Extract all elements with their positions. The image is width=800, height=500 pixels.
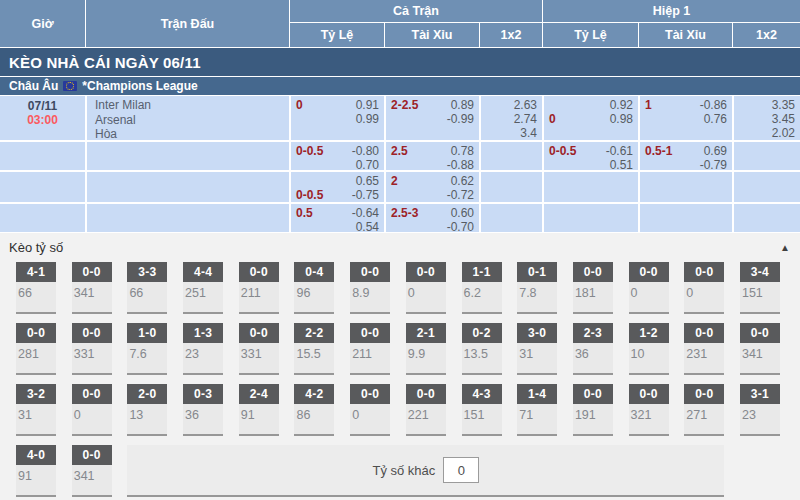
ft-over-under-cell-odds-value: 0.78 xyxy=(451,144,474,158)
column-header-h1-handicap: Tỷ Lệ xyxy=(543,23,638,47)
score-cell[interactable]: 0-0271 xyxy=(684,384,724,436)
score-cell[interactable]: 0-00 xyxy=(72,384,112,436)
score-cell[interactable]: 1-07.6 xyxy=(127,323,167,375)
score-cell[interactable]: 0-0321 xyxy=(629,384,669,436)
h1-handicap-cell[interactable] xyxy=(544,172,638,202)
score-cell[interactable]: 0-496 xyxy=(294,262,334,314)
h1-over-under-cell[interactable]: 0.5-10.69-0.79 xyxy=(640,142,732,170)
score-odds: 0 xyxy=(406,282,446,300)
score-cell[interactable]: 0-00 xyxy=(684,262,724,314)
score-section-header: Kèo tỷ số ▲ xyxy=(0,233,800,262)
h1-1x2-cell[interactable]: 3.353.452.02 xyxy=(734,96,800,140)
h1-over-under-cell-odds-value: 0.69 xyxy=(704,144,727,158)
ft-over-under-cell-line-2: -0.88 xyxy=(391,158,474,170)
ft-over-under-cell[interactable]: 2.50.78-0.88 xyxy=(386,142,479,170)
score-cell[interactable]: 2-336 xyxy=(573,323,613,375)
score-cell[interactable]: 3-366 xyxy=(127,262,167,314)
h1-over-under-cell[interactable] xyxy=(640,172,732,202)
ft-1x2-cell[interactable]: 2.632.743.4 xyxy=(481,96,542,140)
score-cell[interactable]: 0-0331 xyxy=(239,323,279,375)
score-cell[interactable]: 1-16.2 xyxy=(462,262,502,314)
h1-1x2-cell[interactable] xyxy=(734,172,800,202)
score-cell[interactable]: 0-336 xyxy=(183,384,223,436)
score-cell[interactable]: 0-0341 xyxy=(72,262,112,314)
score-chip: 0-1 xyxy=(517,262,557,282)
match-date: 07/11 xyxy=(5,99,80,113)
score-cell[interactable]: 4-4251 xyxy=(183,262,223,314)
score-cell[interactable]: 0-00 xyxy=(629,262,669,314)
ft-over-under-cell[interactable]: 20.62-0.72 xyxy=(386,172,479,202)
h1-handicap-cell[interactable] xyxy=(544,204,638,232)
score-section-title: Kèo tỷ số xyxy=(9,240,63,255)
score-cell[interactable]: 0-0211 xyxy=(350,323,390,375)
other-score-input[interactable] xyxy=(443,457,479,483)
score-cell[interactable]: 0-0211 xyxy=(239,262,279,314)
score-cell[interactable]: 3-031 xyxy=(517,323,557,375)
ft-handicap-cell[interactable]: 0.5-0.640.54 xyxy=(291,204,384,232)
score-cell[interactable]: 3-231 xyxy=(16,384,56,436)
score-cell[interactable]: 0-0191 xyxy=(573,384,613,436)
score-cell[interactable]: 0-0341 xyxy=(740,323,780,375)
ft-over-under-cell[interactable]: 2-2.50.89-0.99 xyxy=(386,96,479,140)
score-chip: 0-0 xyxy=(350,262,390,282)
ft-handicap-cell[interactable]: 0-0.5-0.800.70 xyxy=(291,142,384,170)
score-chip: 2-1 xyxy=(406,323,446,343)
h1-over-under-cell[interactable]: 1-0.860.76 xyxy=(640,96,732,140)
score-cell[interactable]: 4-3151 xyxy=(462,384,502,436)
h1-over-under-cell-odds-value: -0.79 xyxy=(700,158,727,170)
h1-handicap-cell-line-1: 0-0.5-0.61 xyxy=(549,144,633,158)
ft-1x2-cell[interactable] xyxy=(481,142,542,170)
ft-handicap-cell[interactable]: 00.910.99 xyxy=(291,96,384,140)
score-cell[interactable]: 0-08.9 xyxy=(350,262,390,314)
ft-handicap-cell[interactable]: 0.650-0.5-0.75 xyxy=(291,172,384,202)
score-cell[interactable]: 0-00 xyxy=(406,262,446,314)
score-cell[interactable]: 0-0341 xyxy=(72,445,112,497)
ft-over-under-cell-line-2: -0.99 xyxy=(391,112,474,126)
score-cell[interactable]: 2-19.9 xyxy=(406,323,446,375)
h1-over-under-cell-line-2: 0.76 xyxy=(645,112,727,126)
day-banner-title: KÈO NHÀ CÁI NGÀY 06/11 xyxy=(9,54,201,71)
score-cell[interactable]: 2-013 xyxy=(127,384,167,436)
score-cell[interactable]: 0-17.8 xyxy=(517,262,557,314)
score-cell[interactable]: 0-0331 xyxy=(72,323,112,375)
h1-handicap-cell[interactable]: 0.9200.98 xyxy=(544,96,638,140)
ft-over-under-cell[interactable]: 2.5-30.60-0.70 xyxy=(386,204,479,232)
score-cell[interactable]: 1-471 xyxy=(517,384,557,436)
score-cell[interactable]: 0-00 xyxy=(350,384,390,436)
ft-1x2-cell-odds-value: 2.63 xyxy=(514,98,537,112)
score-cell[interactable]: 4-166 xyxy=(16,262,56,314)
score-cell[interactable]: 4-286 xyxy=(294,384,334,436)
ft-1x2-cell[interactable] xyxy=(481,172,542,202)
ft-handicap-cell-handicap-label: 0-0.5 xyxy=(296,144,323,158)
ft-handicap-cell-line-1: 0.5-0.64 xyxy=(296,206,379,220)
score-cell[interactable]: 1-210 xyxy=(629,323,669,375)
score-cell[interactable]: 2-215.5 xyxy=(294,323,334,375)
score-cell[interactable]: 3-4151 xyxy=(740,262,780,314)
match-time-cell xyxy=(0,204,85,232)
league-name-label: *Champions League xyxy=(82,79,197,93)
h1-1x2-cell[interactable] xyxy=(734,204,800,232)
score-cell[interactable]: 0-0181 xyxy=(573,262,613,314)
score-chip: 0-0 xyxy=(629,262,669,282)
score-cell[interactable]: 2-491 xyxy=(239,384,279,436)
score-chip: 4-3 xyxy=(462,384,502,404)
score-cell[interactable]: 0-213.5 xyxy=(462,323,502,375)
collapse-up-icon[interactable]: ▲ xyxy=(780,242,790,253)
league-header[interactable]: Châu Âu *Champions League xyxy=(0,77,800,95)
ft-handicap-cell-line-1: 00.91 xyxy=(296,98,379,112)
score-odds: 91 xyxy=(239,404,279,422)
score-cell[interactable]: 4-091 xyxy=(16,445,56,497)
score-cell[interactable]: 0-0231 xyxy=(684,323,724,375)
score-odds: 331 xyxy=(239,343,279,361)
score-cell[interactable]: 3-123 xyxy=(740,384,780,436)
h1-handicap-cell[interactable]: 0-0.5-0.610.51 xyxy=(544,142,638,170)
score-cell[interactable]: 1-323 xyxy=(183,323,223,375)
h1-1x2-cell[interactable] xyxy=(734,142,800,170)
score-cell[interactable]: 0-0281 xyxy=(16,323,56,375)
score-chip: 0-0 xyxy=(406,384,446,404)
score-cell[interactable]: 0-0221 xyxy=(406,384,446,436)
h1-over-under-cell[interactable] xyxy=(640,204,732,232)
match-teams-cell xyxy=(87,142,289,170)
match-time-cell xyxy=(0,142,85,170)
ft-1x2-cell[interactable] xyxy=(481,204,542,232)
